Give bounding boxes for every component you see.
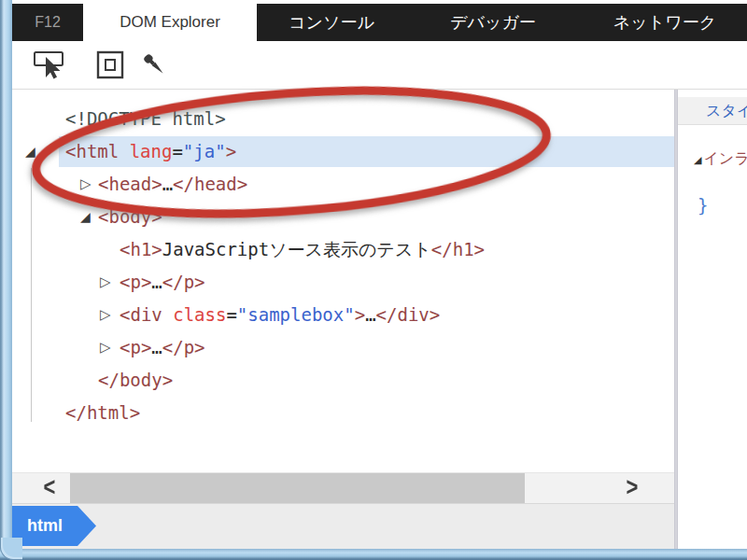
- code-segment: …: [162, 174, 173, 194]
- dom-tree-row[interactable]: ◢<body>: [12, 201, 674, 233]
- inline-style-rule[interactable]: ◢インライン スタイル: [678, 149, 747, 169]
- code-segment: …: [151, 337, 162, 357]
- code-segment: </div>: [376, 304, 441, 325]
- dom-node-code: <body>: [59, 201, 674, 233]
- code-segment: </html>: [65, 402, 140, 423]
- code-segment: </body>: [98, 370, 173, 390]
- dom-node-code: </html>: [59, 397, 674, 429]
- code-segment: </h1>: [431, 239, 485, 259]
- code-segment: "ja": [183, 141, 226, 161]
- code-segment: class: [173, 304, 226, 325]
- code-segment: <head>: [98, 174, 162, 194]
- color-picker-button[interactable]: [138, 49, 172, 82]
- code-segment: =: [226, 304, 236, 325]
- scrollbar-thumb[interactable]: [70, 473, 525, 503]
- dom-node-code: </body>: [59, 364, 674, 397]
- dom-tree: <!DOCTYPE html>◢<html lang="ja">▷<head>……: [12, 90, 674, 472]
- dom-node-code: <!DOCTYPE html>: [59, 103, 674, 135]
- rule-closing-brace: }: [678, 195, 747, 216]
- dom-node-code: <html lang="ja">: [59, 135, 674, 168]
- devtools-tab[interactable]: DOM Explorer: [83, 4, 257, 41]
- dom-node-code: <head>…</head>: [59, 168, 674, 201]
- rule-expand-arrow-icon[interactable]: ◢: [694, 154, 701, 166]
- dom-explorer-toolbar: [12, 41, 747, 90]
- breadcrumb-item-html[interactable]: html: [12, 506, 96, 546]
- horizontal-scrollbar[interactable]: < >: [12, 472, 674, 503]
- dom-node-code: <h1>JavaScriptソース表示のテスト</h1>: [59, 233, 674, 266]
- code-segment: <body>: [98, 206, 162, 227]
- code-segment: </p>: [162, 337, 205, 357]
- dom-tree-row[interactable]: <h1>JavaScriptソース表示のテスト</h1>: [12, 233, 674, 266]
- dom-tree-row[interactable]: <!DOCTYPE html>: [12, 103, 674, 135]
- code-segment: </head>: [173, 174, 247, 194]
- rule-selector-label: インライン スタイル: [703, 150, 747, 166]
- dom-tree-panel: <!DOCTYPE html>◢<html lang="ja">▷<head>……: [12, 90, 674, 549]
- devtools-tab[interactable]: コンソール: [257, 4, 406, 41]
- code-segment: >: [355, 304, 365, 325]
- code-segment: …: [365, 304, 375, 325]
- window-frame-bottom: [0, 549, 747, 560]
- f12-menu-button[interactable]: F12: [12, 4, 83, 41]
- devtools-window: F12 DOM Explorerコンソールデバッガーネットワーク: [0, 0, 747, 560]
- code-segment: JavaScriptソース表示のテスト: [162, 239, 431, 259]
- collapse-arrow-icon[interactable]: ◢: [25, 135, 35, 168]
- code-segment: <!DOCTYPE html>: [65, 108, 226, 129]
- tab-strip: DOM Explorerコンソールデバッガーネットワーク: [83, 4, 747, 41]
- select-element-button[interactable]: [33, 49, 66, 82]
- dom-node-code: <div class="samplebox">…</div>: [59, 299, 674, 331]
- highlight-box-button[interactable]: [93, 49, 127, 82]
- dom-tree-row[interactable]: </html>: [12, 397, 674, 429]
- devtools-tab[interactable]: ネットワーク: [580, 4, 747, 41]
- color-picker-icon: [138, 49, 172, 82]
- window-frame-left: [0, 0, 12, 560]
- dom-tree-row[interactable]: ▷<p>…</p>: [12, 331, 674, 364]
- code-segment: <p>: [120, 272, 151, 292]
- styles-panel: スタイル ◢インライン スタイル }: [678, 90, 747, 549]
- scroll-left-button[interactable]: <: [36, 469, 63, 507]
- scroll-right-button[interactable]: >: [619, 469, 645, 507]
- dom-tree-row[interactable]: ▷<div class="samplebox">…</div>: [12, 299, 674, 331]
- code-segment: <div: [120, 304, 173, 325]
- code-segment: lang: [130, 141, 173, 161]
- code-segment: =: [172, 141, 182, 161]
- dom-tree-row[interactable]: </body>: [12, 364, 674, 397]
- dom-node-code: <p>…</p>: [59, 266, 674, 299]
- code-segment: <h1>: [120, 239, 162, 259]
- code-segment: >: [226, 141, 236, 161]
- dom-tree-row[interactable]: ▷<head>…</head>: [12, 168, 674, 201]
- code-segment: …: [151, 272, 162, 292]
- dom-node-code: <p>…</p>: [59, 331, 674, 364]
- code-segment: <html: [65, 141, 130, 161]
- dom-tree-row[interactable]: ▷<p>…</p>: [12, 266, 674, 299]
- devtools-tabbar: F12 DOM Explorerコンソールデバッガーネットワーク: [12, 4, 747, 41]
- dom-tree-row[interactable]: ◢<html lang="ja">: [12, 135, 674, 168]
- breadcrumb-bar: html: [12, 503, 674, 549]
- select-element-icon: [33, 49, 66, 82]
- code-segment: <p>: [120, 337, 151, 357]
- highlight-box-icon: [93, 49, 127, 82]
- code-segment: </p>: [162, 272, 205, 292]
- styles-tab-header[interactable]: スタイル: [678, 97, 747, 125]
- code-segment: "samplebox": [237, 304, 355, 325]
- devtools-tab[interactable]: デバッガー: [406, 4, 580, 41]
